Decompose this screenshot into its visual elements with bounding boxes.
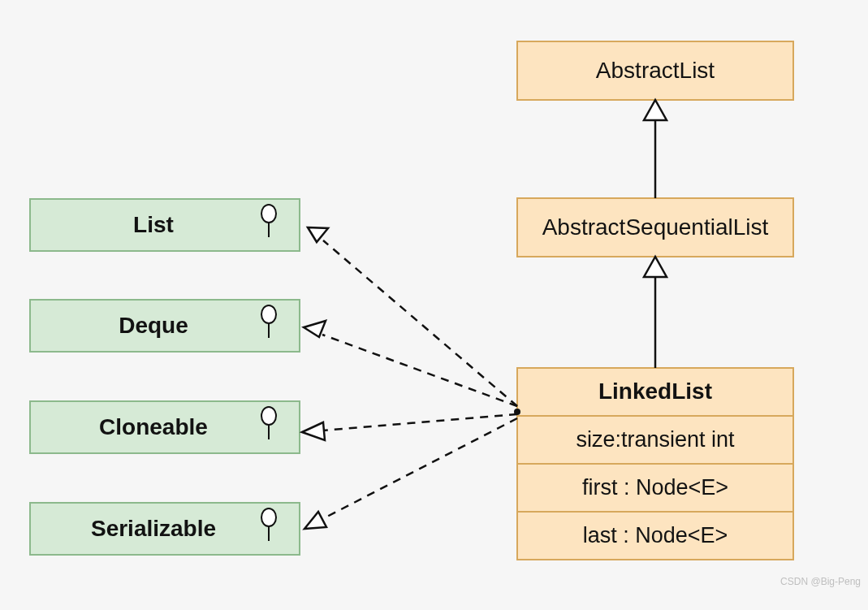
svg-marker-19 [644, 100, 667, 120]
interface-deque-label: Deque [119, 313, 188, 338]
watermark: CSDN @Big-Peng [780, 576, 861, 587]
svg-point-11 [261, 508, 276, 526]
linkedlist-field-size: size:transient int [576, 427, 735, 452]
class-linkedlist: LinkedList size:transient int first : No… [517, 368, 793, 560]
realization-ll-to-deque [304, 321, 517, 406]
svg-marker-25 [304, 321, 326, 337]
realization-ll-to-list [308, 227, 517, 406]
interface-deque: Deque [30, 300, 300, 352]
class-abstractsequentiallist-label: AbstractSequentialList [542, 214, 769, 240]
svg-marker-27 [302, 422, 325, 440]
svg-line-26 [322, 414, 517, 430]
generalization-ll-to-asl [644, 257, 667, 368]
realization-origin-dot [514, 409, 520, 415]
svg-line-24 [322, 335, 517, 406]
svg-point-8 [261, 407, 276, 425]
class-linkedlist-name: LinkedList [598, 379, 712, 404]
svg-marker-21 [644, 257, 667, 277]
linkedlist-field-first: first : Node<E> [582, 475, 728, 500]
class-abstractlist-label: AbstractList [596, 58, 715, 83]
svg-marker-23 [308, 227, 328, 242]
class-abstractlist: AbstractList [517, 41, 793, 100]
realization-ll-to-serializable [304, 418, 517, 529]
class-abstractsequentiallist: AbstractSequentialList [517, 198, 793, 257]
interface-cloneable-label: Cloneable [99, 414, 208, 439]
linkedlist-field-last: last : Node<E> [583, 523, 728, 547]
realization-ll-to-cloneable [302, 414, 517, 440]
svg-point-2 [261, 205, 276, 223]
interface-serializable-label: Serializable [91, 516, 216, 541]
interface-serializable: Serializable [30, 503, 300, 555]
svg-marker-29 [304, 512, 326, 529]
interface-cloneable: Cloneable [30, 401, 300, 453]
svg-line-28 [322, 418, 517, 519]
svg-line-22 [323, 240, 517, 406]
interface-list: List [30, 199, 300, 251]
interface-list-label: List [133, 212, 174, 237]
generalization-asl-to-al [644, 100, 667, 198]
svg-point-5 [261, 305, 276, 323]
uml-diagram: List Deque Cloneable Serializable Abs [0, 0, 868, 610]
